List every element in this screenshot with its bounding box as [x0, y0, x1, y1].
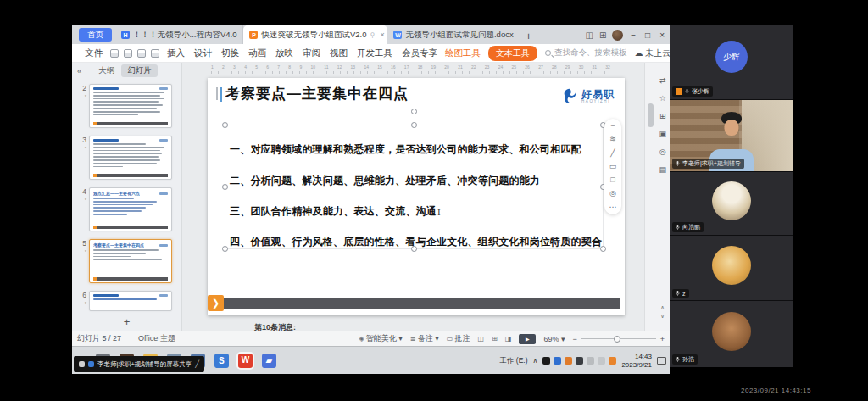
drive-label[interactable]: 工作 (E:): [499, 356, 527, 366]
print-icon[interactable]: [137, 49, 146, 58]
tray-expand-icon[interactable]: ∧: [533, 357, 538, 365]
zoom-in-button[interactable]: +: [660, 335, 665, 343]
resize-handle[interactable]: [222, 122, 228, 128]
apps-grid-icon[interactable]: ⊞: [599, 31, 606, 40]
participant-tile[interactable]: 孙浩: [670, 301, 793, 367]
vertical-scrollbar[interactable]: [648, 103, 654, 127]
tab-home[interactable]: 首页: [79, 28, 112, 42]
layers-icon[interactable]: ≋: [609, 136, 616, 143]
pin-icon[interactable]: ⚲: [370, 31, 376, 39]
menu-审阅[interactable]: 审阅: [303, 47, 320, 59]
shape-icon[interactable]: ▭: [609, 163, 617, 170]
slide-bullet-1[interactable]: 一、对应聘领域的理解和熟悉程度，是否达到公司的能力要求、和公司相匹配: [230, 142, 607, 157]
participant-tile[interactable]: 向浩鹏: [670, 172, 793, 235]
taskbar-app-meeting-app[interactable]: ▰: [262, 354, 276, 368]
notification-center-icon[interactable]: [657, 357, 666, 365]
slide-thumbnail[interactable]: 观点汇总——主要有六点: [89, 187, 172, 231]
zoom-knob[interactable]: [614, 336, 620, 343]
previous-slide-icon[interactable]: ∧: [660, 304, 665, 310]
duplicate-icon[interactable]: ⊞: [659, 112, 666, 120]
close-button[interactable]: ×: [658, 31, 666, 40]
menu-切换[interactable]: 切换: [221, 47, 239, 59]
comments-toggle[interactable]: ▭ 批注: [447, 333, 470, 344]
menu-放映[interactable]: 放映: [275, 47, 293, 59]
context-tab-drawing-tools[interactable]: 绘图工具: [445, 47, 481, 59]
smart-beautify-button[interactable]: ◈ 智能美化 ▾: [359, 333, 402, 344]
next-slide-icon[interactable]: ∨: [660, 313, 665, 319]
tray-icon-3[interactable]: [576, 357, 583, 365]
notes-pane-text[interactable]: 第10条消息:: [254, 322, 296, 331]
slideshow-play-button[interactable]: ▶: [519, 334, 536, 344]
reading-view-icon[interactable]: ◨: [505, 335, 512, 343]
slide-bullet-2[interactable]: 二、分析问题、解决问题、思维能力、处理矛盾、冲突等问题的能力: [230, 174, 607, 188]
tab-slides[interactable]: 幻灯片: [121, 64, 158, 77]
document-tab[interactable]: H ！！！无领导小...程内容V4.0: [115, 25, 243, 44]
resize-handle[interactable]: [222, 246, 228, 252]
help-icon[interactable]: ◎: [659, 148, 666, 156]
rotate-handle[interactable]: [411, 109, 417, 114]
slide-title[interactable]: 考察要点—主要集中在四点: [225, 84, 409, 103]
slide-thumbnail[interactable]: [89, 136, 172, 180]
slide-thumbnail[interactable]: [89, 291, 172, 311]
taskbar-clock[interactable]: 14:432023/9/21: [621, 353, 652, 368]
menu-插入[interactable]: 插入: [167, 47, 185, 59]
favorite-icon[interactable]: ☆: [659, 94, 666, 103]
export-icon[interactable]: [124, 49, 132, 58]
tray-icon-1[interactable]: [554, 357, 561, 365]
participant-tile[interactable]: 少辉 张少辉: [670, 25, 793, 99]
document-tab[interactable]: P 快速突破无领导小组面试V2.0⚲×: [243, 25, 387, 44]
tray-icon-2[interactable]: [565, 357, 572, 365]
slide-bullet-4[interactable]: 四、价值观、行为风格、底层的性格、看与企业文化、组织文化和岗位特质的契合: [230, 235, 607, 249]
menu-视图[interactable]: 视图: [330, 47, 348, 59]
insert-image-icon[interactable]: ▣: [659, 130, 666, 138]
pen-icon[interactable]: ╱: [610, 149, 615, 157]
notebook-icon[interactable]: ▤: [659, 165, 666, 174]
menu-会员专享[interactable]: 会员专享: [402, 47, 437, 59]
taskbar-app-browser-s[interactable]: S: [214, 354, 229, 368]
layout-panel-icon[interactable]: ◫: [585, 31, 593, 40]
notes-toggle[interactable]: ≣ 备注 ▾: [410, 333, 439, 344]
normal-view-icon[interactable]: ◫: [478, 335, 485, 343]
participant-tile[interactable]: z: [670, 236, 793, 300]
slide-canvas[interactable]: 考察要点—主要集中在四点 好易职 HAOYIZHI: [208, 78, 625, 315]
slide-thumbnail[interactable]: [89, 84, 172, 128]
tune-icon[interactable]: ⇄: [659, 76, 666, 85]
resize-handle[interactable]: [411, 122, 417, 128]
menu-开发工具[interactable]: 开发工具: [357, 47, 392, 59]
tray-icon-0[interactable]: [542, 357, 550, 365]
zoom-out-button[interactable]: −: [572, 335, 576, 343]
participant-tile[interactable]: 李老师|求职+规划辅导: [670, 100, 793, 171]
context-tab-text-tools[interactable]: 文本工具: [488, 46, 537, 61]
slide-bullet-3[interactable]: 三、团队合作精神及能力、表达、交流、沟通: [230, 204, 607, 219]
command-search[interactable]: 查找命令、搜索模板: [545, 47, 627, 58]
resize-handle[interactable]: [222, 184, 228, 190]
taskbar-app-wps[interactable]: W: [238, 354, 253, 368]
menu-file[interactable]: 文件: [85, 47, 103, 59]
new-tab-button[interactable]: +: [526, 30, 532, 42]
minimize-button[interactable]: −: [629, 31, 637, 40]
save-icon[interactable]: [110, 49, 119, 58]
tab-outline[interactable]: 大纲: [98, 65, 114, 76]
idea-icon[interactable]: ◎: [609, 190, 616, 198]
document-tab[interactable]: W 无领导小组面试常见问题.docx: [387, 25, 520, 44]
annotate-pencil-icon[interactable]: ╱: [195, 360, 199, 368]
tray-icon-4[interactable]: [587, 357, 594, 365]
preview-icon[interactable]: [151, 49, 159, 58]
textbox-icon[interactable]: □: [610, 176, 615, 184]
menu-动画[interactable]: 动画: [248, 47, 266, 59]
cloud-status[interactable]: ☁ 未上云: [635, 47, 671, 59]
tray-icon-5[interactable]: [598, 357, 605, 365]
slide-thumbnail[interactable]: 考察要点—主要集中在四点: [89, 239, 172, 283]
more-icon[interactable]: ⋯: [609, 203, 617, 211]
menu-设计[interactable]: 设计: [194, 47, 212, 59]
tray-icon-6[interactable]: [609, 357, 616, 365]
account-avatar[interactable]: [612, 30, 623, 41]
close-tab-icon[interactable]: ×: [380, 31, 384, 39]
sorter-view-icon[interactable]: ⊞: [492, 335, 498, 343]
theme-name[interactable]: Office 主题: [138, 333, 175, 344]
collapse-panel-button[interactable]: «: [77, 66, 81, 75]
zoom-level[interactable]: 69% ▾: [543, 335, 565, 343]
zoom-track[interactable]: [581, 338, 656, 339]
add-slide-button[interactable]: +: [72, 315, 181, 331]
restore-button[interactable]: □: [643, 31, 652, 40]
